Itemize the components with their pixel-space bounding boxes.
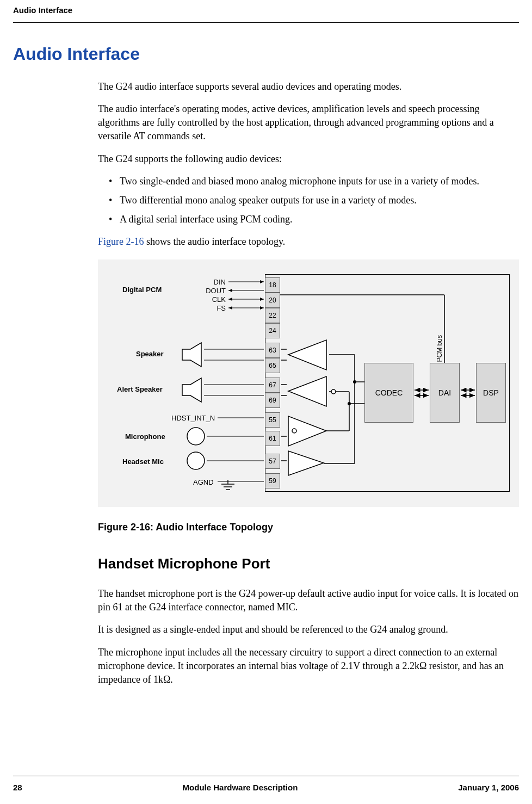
body-text-span: shows the audio interface topology. [144, 236, 286, 247]
microphone-icon [185, 425, 207, 447]
label-pcm-bus: PCM bus [435, 336, 444, 362]
pin-22: 22 [265, 308, 280, 323]
amp-alert-speaker [286, 374, 329, 409]
pin-69: 69 [265, 393, 280, 408]
body-paragraph: Figure 2-16 shows the audio interface to… [98, 235, 519, 249]
pin-57: 57 [265, 454, 280, 469]
label-microphone: Microphone [125, 432, 165, 442]
body-paragraph: The audio interface's operating modes, a… [98, 102, 519, 144]
figure-reference: Figure 2-16 [98, 236, 144, 247]
header-rule [13, 22, 519, 23]
pin-20: 20 [265, 293, 280, 308]
body-paragraph: The G24 supports the following audio dev… [98, 152, 519, 166]
speaker-icon [180, 341, 209, 368]
label-agnd: AGND [193, 478, 214, 487]
section-title: Audio Interface [13, 42, 519, 66]
label-fs: FS [204, 304, 226, 313]
pin-59: 59 [265, 473, 280, 488]
body-paragraph: The handset microphone port is the G24 p… [98, 587, 519, 614]
headset-mic-icon [185, 450, 207, 472]
chip-dsp: DSP [476, 363, 506, 423]
label-headset-mic: Headset Mic [122, 457, 164, 467]
pin-67: 67 [265, 378, 280, 393]
page-number: 28 [13, 782, 22, 793]
pin-61: 61 [265, 431, 280, 446]
svg-point-6 [187, 452, 205, 469]
pin-65: 65 [265, 358, 280, 373]
svg-marker-1 [288, 376, 326, 406]
svg-point-3 [292, 429, 296, 433]
audio-topology-diagram: 18 20 22 24 63 65 67 69 55 61 57 59 Digi… [109, 273, 511, 493]
pin-24: 24 [265, 323, 280, 338]
chip-codec: CODEC [364, 363, 413, 423]
amp-headset-mic [286, 448, 329, 478]
body-paragraph: The G24 audio interface supports several… [98, 80, 519, 94]
pin-55: 55 [265, 412, 280, 428]
amp-speaker [286, 337, 329, 373]
list-item: Two single-ended and biased mono analog … [109, 175, 519, 188]
list-item: Two differential mono analog speaker out… [109, 194, 519, 207]
page-footer: 28 Module Hardware Description January 1… [13, 776, 519, 793]
svg-marker-4 [288, 451, 324, 475]
svg-marker-0 [288, 340, 326, 370]
figure-container: 18 20 22 24 63 65 67 69 55 61 57 59 Digi… [98, 259, 519, 507]
alert-speaker-icon [180, 376, 209, 404]
pin-63: 63 [265, 343, 280, 358]
label-alert-speaker: Alert Speaker [117, 385, 163, 394]
subsection-title: Handset Microphone Port [98, 554, 519, 573]
chip-dai: DAI [430, 363, 460, 423]
pin-18: 18 [265, 277, 280, 293]
ground-icon [220, 480, 237, 493]
footer-title: Module Hardware Description [22, 782, 459, 793]
bullet-list: Two single-ended and biased mono analog … [109, 175, 519, 227]
label-hdst-int-n: HDST_INT_N [171, 413, 215, 423]
amp-microphone [286, 413, 329, 449]
footer-rule [13, 776, 519, 776]
figure-caption: Figure 2-16: Audio Interface Topology [98, 521, 519, 534]
list-item: A digital serial interface using PCM cod… [109, 213, 519, 226]
body-paragraph: The microphone input includes all the ne… [98, 646, 519, 687]
footer-date: January 1, 2006 [458, 782, 519, 793]
running-head: Audio Interface [0, 0, 532, 20]
body-paragraph: It is designed as a single-ended input a… [98, 623, 519, 636]
label-digital-pcm: Digital PCM [122, 285, 162, 295]
svg-point-5 [187, 428, 205, 445]
label-speaker: Speaker [136, 349, 164, 359]
